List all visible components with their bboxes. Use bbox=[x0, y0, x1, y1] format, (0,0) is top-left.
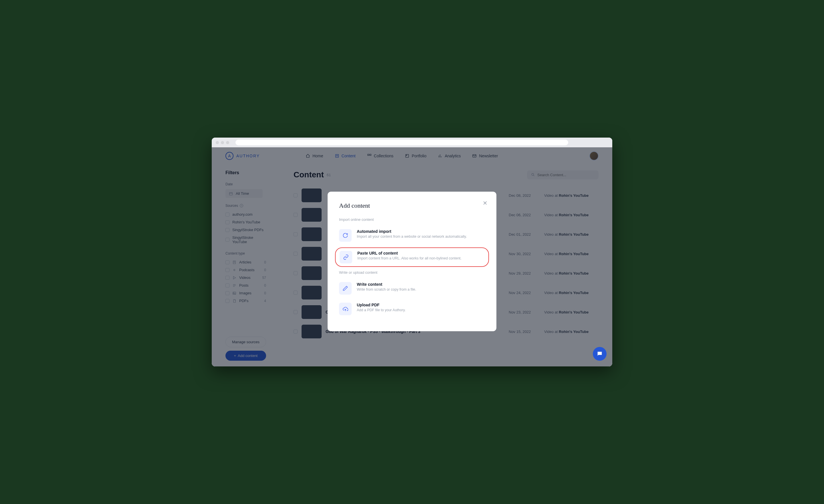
option-paste-url[interactable]: Paste URL of content Import content from… bbox=[335, 247, 489, 267]
option-desc: Import content from a URL. Also works fo… bbox=[357, 256, 484, 260]
link-icon bbox=[340, 251, 352, 264]
option-upload-pdf[interactable]: Upload PDF Add a PDF file to your Author… bbox=[339, 300, 485, 317]
option-desc: Write from scratch or copy from a file. bbox=[357, 288, 485, 292]
browser-window: A AUTHORY Home Content Collections bbox=[212, 137, 612, 367]
option-desc: Import all your content from a website o… bbox=[357, 234, 485, 238]
close-icon[interactable]: ✕ bbox=[483, 200, 488, 206]
url-bar[interactable] bbox=[235, 139, 568, 145]
refresh-icon bbox=[339, 229, 351, 242]
app-content: A AUTHORY Home Content Collections bbox=[212, 147, 612, 367]
modal-section-import: Import online content bbox=[339, 217, 485, 222]
option-title: Upload PDF bbox=[357, 303, 485, 307]
option-automated-import[interactable]: Automated import Import all your content… bbox=[339, 227, 485, 244]
option-desc: Add a PDF file to your Authory. bbox=[357, 308, 485, 312]
option-title: Paste URL of content bbox=[357, 251, 484, 256]
add-content-modal: Add content ✕ Import online content Auto… bbox=[328, 192, 496, 331]
browser-chrome bbox=[212, 137, 612, 147]
chat-bubble[interactable] bbox=[593, 347, 607, 361]
option-write-content[interactable]: Write content Write from scratch or copy… bbox=[339, 280, 485, 297]
option-title: Automated import bbox=[357, 229, 485, 234]
chat-icon bbox=[597, 351, 603, 357]
modal-overlay[interactable]: Add content ✕ Import online content Auto… bbox=[212, 147, 612, 367]
traffic-light-close[interactable] bbox=[216, 141, 219, 144]
traffic-light-maximize[interactable] bbox=[226, 141, 229, 144]
traffic-light-minimize[interactable] bbox=[221, 141, 224, 144]
modal-title: Add content bbox=[339, 202, 485, 209]
upload-icon bbox=[339, 303, 351, 315]
traffic-lights bbox=[216, 141, 229, 144]
modal-section-write: Write or upload content bbox=[339, 270, 485, 275]
option-title: Write content bbox=[357, 282, 485, 287]
pencil-icon bbox=[339, 282, 351, 295]
